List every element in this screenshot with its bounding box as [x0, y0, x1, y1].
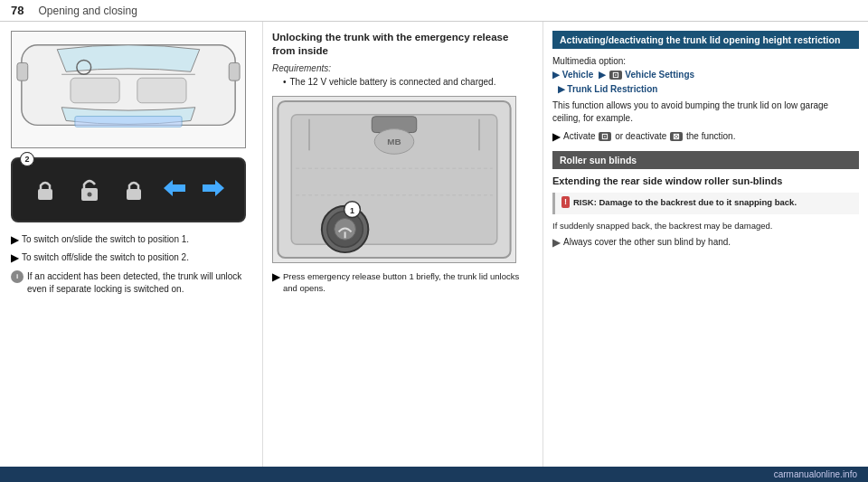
activate-row: ▶ Activate ⊡ or deactivate ⊠ the functio…	[552, 130, 859, 144]
svg-rect-3	[137, 78, 186, 103]
label-2: 2	[20, 152, 34, 166]
svg-marker-12	[164, 180, 185, 196]
section3-title: Extending the rear side window roller su…	[552, 175, 859, 187]
header-bar: 78 Opening and closing	[0, 0, 868, 22]
lock-icon[interactable]	[33, 177, 58, 203]
svg-rect-5	[75, 117, 182, 128]
svg-rect-2	[71, 78, 119, 103]
menu-option: Multimedia option: ▶ Vehicle ▶ ⊡ Vehicle…	[552, 54, 859, 96]
warning-box: ! RISK: Damage to the backrest due to it…	[552, 193, 859, 214]
arrow-left-icon[interactable]	[164, 180, 185, 201]
car-diagram	[11, 31, 246, 148]
desc-text: This function allows you to avoid bumpin…	[552, 99, 859, 125]
svg-marker-13	[203, 180, 224, 196]
page-number: 78	[11, 4, 24, 17]
mid-column: Unlocking the trunk with the emergency r…	[262, 22, 542, 478]
note-text-1: If suddenly snapped back, the backrest m…	[552, 220, 859, 232]
website-footer: carmanualonline.info	[0, 467, 868, 482]
prereq-label: Requirements:	[272, 63, 533, 73]
left-bullets: ▶ To switch on/slide the switch to posit…	[11, 233, 251, 296]
control-panel: 1 2	[11, 157, 246, 222]
svg-rect-11	[127, 189, 141, 200]
step-bullet: ▶ Press emergency release button 1 brief…	[272, 270, 533, 295]
lock-right-icon[interactable]	[121, 177, 146, 203]
svg-rect-8	[38, 189, 52, 200]
unlock-icon[interactable]	[75, 175, 104, 204]
header-title: Opening and closing	[38, 5, 137, 17]
info-row: i If an accident has been detected, the …	[11, 270, 251, 296]
trunk-image: MB 1	[272, 96, 516, 263]
arrow-right-icon[interactable]	[203, 180, 224, 201]
info-icon: i	[11, 270, 24, 283]
right-column: Activating/deactivating the trunk lid op…	[542, 22, 868, 478]
bullet-1: ▶ To switch on/slide the switch to posit…	[11, 233, 251, 247]
section1-header: Activating/deactivating the trunk lid op…	[552, 31, 859, 49]
svg-rect-6	[17, 62, 28, 80]
svg-rect-7	[229, 62, 240, 80]
svg-text:MB: MB	[387, 137, 401, 146]
prereq-bullet: • The 12 V vehicle battery is connected …	[283, 76, 533, 89]
left-column: 1 2	[0, 22, 262, 478]
mid-section-title: Unlocking the trunk with the emergency r…	[272, 31, 533, 58]
svg-text:1: 1	[350, 205, 354, 214]
svg-point-10	[87, 193, 91, 197]
note-bullet-2: ▶ Always cover the other sun blind by ha…	[552, 236, 859, 250]
section2-header: Roller sun blinds	[552, 151, 859, 169]
bullet-2: ▶ To switch off/slide the switch to posi…	[11, 251, 251, 265]
